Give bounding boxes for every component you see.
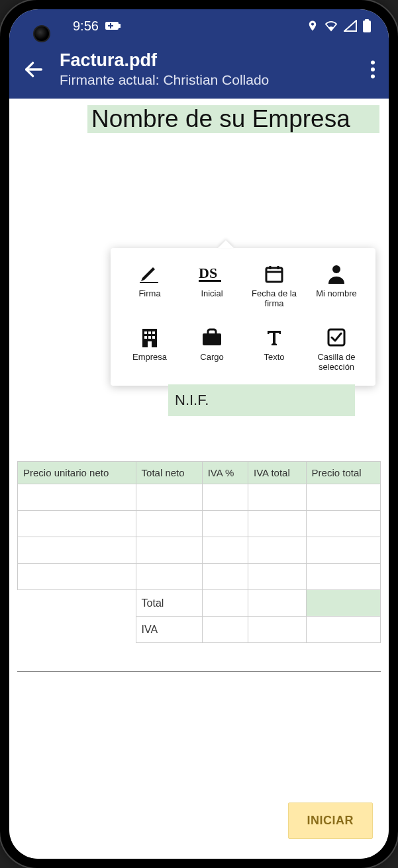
field-option-date[interactable]: Fecha de la firma bbox=[244, 263, 304, 309]
table-header-row: Precio unitario neto Total neto IVA % IV… bbox=[18, 462, 381, 484]
nif-field[interactable]: N.I.F. bbox=[168, 384, 355, 416]
field-option-label: Cargo bbox=[200, 353, 223, 363]
table-total-row: Total bbox=[18, 590, 381, 617]
svg-rect-12 bbox=[199, 280, 221, 282]
signal-icon bbox=[344, 20, 357, 32]
field-option-label: Firma bbox=[138, 289, 160, 299]
field-type-popover: Firma DS Inicial Fecha de la firma Mi no… bbox=[111, 248, 375, 386]
svg-point-9 bbox=[371, 74, 375, 78]
svg-rect-21 bbox=[152, 331, 155, 334]
briefcase-icon bbox=[201, 328, 223, 347]
invoice-table: Precio unitario neto Total neto IVA % IV… bbox=[17, 461, 381, 643]
svg-rect-5 bbox=[365, 19, 369, 21]
status-bar: 9:56 bbox=[9, 9, 389, 42]
svg-rect-1 bbox=[119, 24, 121, 28]
total-amount-cell[interactable] bbox=[306, 590, 380, 617]
divider-line bbox=[17, 672, 381, 672]
field-option-label: Inicial bbox=[201, 289, 223, 299]
app-bar: Factura.pdf Firmante actual: Christian C… bbox=[9, 42, 389, 99]
svg-point-17 bbox=[332, 265, 340, 273]
battery-saver-icon bbox=[105, 21, 121, 31]
svg-rect-19 bbox=[144, 331, 147, 334]
svg-rect-10 bbox=[140, 282, 158, 283]
location-icon bbox=[307, 20, 319, 32]
phone-frame: 9:56 Factura.pdf Firmante actual: Christ… bbox=[0, 0, 398, 868]
app-subtitle: Firmante actual: Christian Collado bbox=[60, 72, 356, 88]
iva-label: IVA bbox=[136, 617, 202, 643]
svg-point-7 bbox=[371, 60, 375, 64]
total-label: Total bbox=[136, 590, 202, 617]
svg-rect-23 bbox=[148, 336, 151, 339]
table-iva-row: IVA bbox=[18, 617, 381, 643]
signature-icon bbox=[138, 264, 161, 284]
back-arrow-icon[interactable] bbox=[23, 58, 45, 81]
svg-rect-25 bbox=[148, 341, 152, 347]
field-option-signature[interactable]: Firma bbox=[120, 263, 179, 309]
table-row bbox=[18, 537, 381, 564]
field-option-myname[interactable]: Mi nombre bbox=[307, 263, 366, 309]
field-option-label: Fecha de la firma bbox=[246, 289, 302, 309]
wifi-icon bbox=[324, 20, 338, 32]
table-row bbox=[18, 511, 381, 537]
col-header: IVA total bbox=[248, 462, 306, 484]
building-icon bbox=[141, 327, 158, 347]
svg-text:DS: DS bbox=[199, 265, 217, 281]
document-viewport[interactable]: Nombre de su Empresa Firma DS Inicial Fe… bbox=[9, 99, 389, 859]
svg-rect-24 bbox=[152, 336, 155, 339]
front-camera bbox=[33, 25, 50, 42]
svg-point-8 bbox=[371, 67, 375, 71]
checkbox-icon bbox=[326, 327, 346, 347]
initial-icon: DS bbox=[199, 265, 225, 283]
field-option-initial[interactable]: DS Inicial bbox=[182, 263, 242, 309]
phone-screen: 9:56 Factura.pdf Firmante actual: Christ… bbox=[9, 9, 389, 859]
calendar-icon bbox=[264, 264, 284, 284]
start-button[interactable]: INICIAR bbox=[288, 803, 373, 839]
col-header: Precio total bbox=[306, 462, 380, 484]
status-time: 9:56 bbox=[73, 19, 99, 34]
svg-rect-4 bbox=[363, 21, 371, 32]
field-option-company[interactable]: Empresa bbox=[120, 326, 179, 372]
field-option-label: Texto bbox=[264, 353, 284, 363]
field-option-text[interactable]: Texto bbox=[244, 326, 304, 372]
app-title: Factura.pdf bbox=[60, 50, 356, 71]
col-header: Total neto bbox=[136, 462, 202, 484]
field-option-title[interactable]: Cargo bbox=[182, 326, 242, 372]
svg-rect-3 bbox=[108, 25, 113, 26]
svg-rect-22 bbox=[144, 336, 147, 339]
svg-rect-20 bbox=[148, 331, 151, 334]
company-name-field[interactable]: Nombre de su Empresa bbox=[87, 105, 379, 133]
col-header: IVA % bbox=[202, 462, 248, 484]
svg-rect-13 bbox=[266, 268, 282, 282]
person-icon bbox=[327, 264, 346, 284]
field-option-label: Empresa bbox=[132, 353, 167, 363]
table-row bbox=[18, 484, 381, 511]
text-icon bbox=[265, 328, 283, 347]
table-row bbox=[18, 564, 381, 590]
field-option-label: Mi nombre bbox=[316, 289, 356, 299]
battery-icon bbox=[362, 19, 372, 32]
field-option-label: Casilla de selección bbox=[309, 353, 364, 372]
more-menu-icon[interactable] bbox=[370, 60, 375, 79]
svg-rect-26 bbox=[203, 333, 221, 345]
col-header: Precio unitario neto bbox=[18, 462, 136, 484]
field-option-checkbox[interactable]: Casilla de selección bbox=[307, 326, 366, 372]
